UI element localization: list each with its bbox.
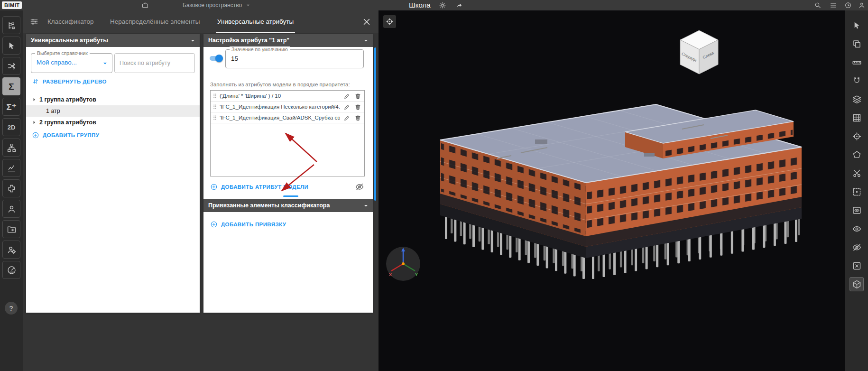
attributes-panel-header[interactable]: Универсальные атрибуты	[26, 34, 200, 47]
workspace-selector[interactable]: Базовое пространство	[183, 0, 251, 10]
vp-measure-button[interactable]	[850, 55, 864, 69]
universal-attributes-button[interactable]: Σ	[2, 77, 20, 95]
model-attribute-row[interactable]: 'IFC_1_Идентификация Несколько категорий…	[211, 102, 364, 112]
reference-select[interactable]: Выберите справочник Мой справо...	[31, 53, 112, 73]
vp-clear-button[interactable]	[850, 259, 864, 273]
app-logo[interactable]: BiMiT	[2, 1, 22, 9]
users-button[interactable]	[2, 200, 20, 218]
bimit-app: BiMiT Базовое пространство Школа Σ Σ⁺ 2D…	[0, 0, 868, 371]
drag-handle-icon[interactable]	[212, 103, 218, 110]
tree-item-1-atr[interactable]: 1 атр	[26, 105, 200, 117]
select-tool-button[interactable]	[2, 37, 20, 55]
close-box-icon	[852, 261, 862, 271]
workspace-briefcase-icon[interactable]	[141, 1, 149, 9]
delete-icon[interactable]	[354, 103, 361, 111]
reference-select-label: Выберите справочник	[35, 50, 90, 56]
expand-tree-link[interactable]: РАЗВЕРНУТЬ ДЕРЕВО	[32, 78, 107, 85]
bindings-header[interactable]: Привязанные элементы классификатора	[203, 199, 373, 212]
vp-area-button[interactable]	[850, 148, 864, 162]
sigma-plus-icon: Σ⁺	[6, 102, 16, 111]
vp-section-box-button[interactable]	[850, 185, 864, 199]
vp-focus-button[interactable]	[850, 129, 864, 143]
focus-model-button[interactable]	[383, 15, 396, 28]
list-menu-icon[interactable]	[830, 1, 837, 9]
edit-icon[interactable]	[343, 103, 351, 111]
vp-section-cut-button[interactable]	[850, 166, 864, 180]
vertical-scrollbar[interactable]	[374, 47, 376, 201]
share-icon[interactable]	[455, 1, 463, 9]
delete-icon[interactable]	[354, 93, 361, 100]
project-settings-icon[interactable]	[439, 1, 446, 9]
collapse-icon	[362, 202, 370, 210]
gauge-icon	[7, 265, 17, 275]
attribute-search-input[interactable]	[114, 53, 195, 73]
dashboard-button[interactable]	[2, 261, 20, 279]
model-viewport[interactable]: Спереди Слева X Y	[379, 10, 845, 371]
vp-snap-button[interactable]	[850, 74, 864, 88]
user-icon	[7, 204, 17, 214]
bindings-title: Привязанные элементы классификатора	[208, 202, 330, 209]
edit-icon[interactable]	[343, 114, 351, 121]
profile-icon[interactable]	[858, 1, 866, 9]
view-2d-button[interactable]: 2D	[2, 118, 20, 136]
delete-icon[interactable]	[354, 114, 361, 121]
vp-show-button[interactable]	[850, 222, 864, 236]
expand-node-icon[interactable]	[31, 96, 37, 103]
model-attribute-row[interactable]: 'IFC_1_Идентификация_Свай/ADSK_Срубка св…	[211, 112, 364, 123]
add-group-link[interactable]: ДОБАВИТЬ ГРУППУ	[32, 131, 99, 139]
grid-icon	[852, 113, 862, 123]
settings-panel-header[interactable]: Настройка атрибута "1 атр"	[203, 34, 373, 47]
attributes-panel-title: Универсальные атрибуты	[31, 37, 108, 44]
history-icon[interactable]	[844, 1, 852, 9]
magnet-icon	[852, 76, 862, 86]
attributes-plus-button[interactable]: Σ⁺	[2, 98, 20, 116]
vp-visibility-box-button[interactable]	[850, 203, 864, 217]
add-model-attribute-link[interactable]: ДОБАВИТЬ АТРИБУТ МОДЕЛИ	[210, 182, 308, 192]
help-button[interactable]: ?	[5, 302, 18, 315]
vp-select-button[interactable]	[850, 18, 864, 32]
model-tree-button[interactable]	[2, 16, 20, 34]
tree-item-label: 1 атр	[46, 108, 60, 114]
panel-menu-icon[interactable]	[29, 17, 39, 27]
shared-folder-button[interactable]	[2, 220, 20, 238]
collapse-icon	[362, 37, 370, 45]
panel-tab-bar: Классификатор Нераспределённые элементы …	[23, 10, 379, 33]
vp-copy-button[interactable]	[850, 37, 864, 51]
tree-group-1[interactable]: 1 группа атрибутов	[26, 94, 200, 105]
default-value-field[interactable]: Значение по умолчанию 15	[225, 49, 364, 68]
hide-preview-icon[interactable]	[355, 182, 364, 192]
plugins-button[interactable]	[2, 179, 20, 197]
tab-classifier[interactable]: Классификатор	[47, 10, 93, 33]
navigation-cube[interactable]: Спереди Слева	[679, 29, 719, 77]
chevron-down-icon	[245, 2, 251, 9]
vp-hide-button[interactable]	[850, 240, 864, 254]
relations-button[interactable]	[2, 57, 20, 75]
close-panel-icon[interactable]	[361, 17, 372, 27]
add-group-label: ДОБАВИТЬ ГРУППУ	[43, 132, 99, 138]
model-attribute-row[interactable]: ('Длина' * 'Ширина' ) / 10	[211, 91, 364, 102]
drag-handle-icon[interactable]	[212, 114, 218, 121]
eye-off-icon	[852, 242, 862, 252]
vp-grid-button[interactable]	[850, 111, 864, 125]
tab-universal-attributes[interactable]: Универсальные атрибуты	[217, 10, 294, 33]
add-binding-link[interactable]: ДОБАВИТЬ ПРИВЯЗКУ	[210, 220, 286, 229]
scissors-icon	[852, 168, 862, 178]
drag-handle-icon[interactable]	[212, 93, 218, 99]
horizontal-scrollbar[interactable]	[283, 195, 298, 197]
search-icon[interactable]	[814, 1, 822, 9]
puzzle-icon	[7, 184, 17, 194]
edit-icon[interactable]	[343, 93, 351, 100]
tab-unassigned-elements[interactable]: Нераспределённые элементы	[110, 10, 200, 33]
attribute-settings-panel: Настройка атрибута "1 атр" Значение по у…	[203, 34, 373, 313]
user-settings-button[interactable]	[2, 241, 20, 259]
vp-filter-cube-button[interactable]	[850, 277, 864, 291]
analytics-button[interactable]	[2, 159, 20, 177]
expand-node-icon[interactable]	[31, 119, 37, 126]
tree-group-2[interactable]: 2 группа атрибутов	[26, 117, 200, 128]
cursor-icon	[7, 41, 17, 51]
default-value-toggle[interactable]	[209, 55, 223, 62]
user-gear-icon	[7, 245, 17, 255]
vp-storeys-button[interactable]	[850, 92, 864, 106]
axis-gizmo[interactable]: X Y	[385, 246, 421, 282]
hierarchy-button[interactable]	[2, 139, 20, 157]
